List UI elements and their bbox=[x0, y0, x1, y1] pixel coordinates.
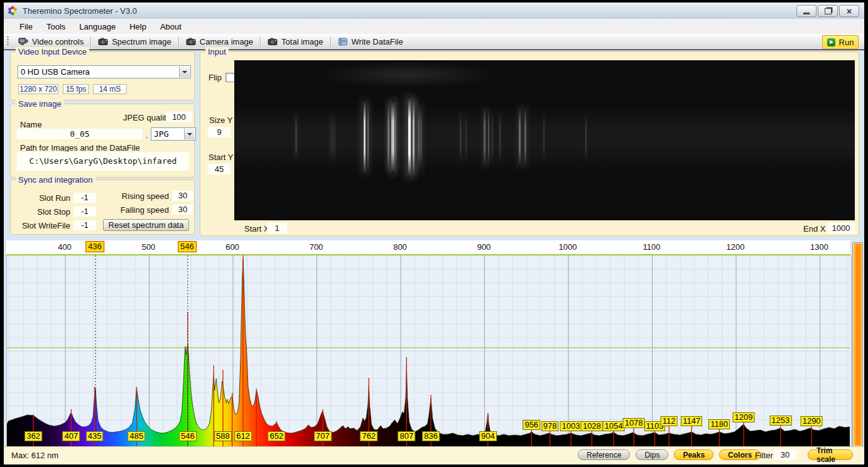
spectral-line bbox=[460, 110, 462, 164]
max-peak-readout: Max: 612 nm bbox=[11, 451, 58, 460]
filter-label: Filter bbox=[755, 451, 773, 460]
toolbar-button-label: Spectrum image bbox=[112, 37, 171, 46]
menu-item-language[interactable]: Language bbox=[72, 20, 122, 33]
falling-speed-field[interactable]: 30 bbox=[172, 205, 193, 215]
menu-item-file[interactable]: File bbox=[13, 20, 40, 33]
end-x-field[interactable]: 1000 bbox=[827, 223, 855, 234]
spectral-line bbox=[488, 107, 489, 167]
peak-label-435[interactable]: 435 bbox=[86, 431, 104, 441]
peak-label-588[interactable]: 588 bbox=[214, 431, 232, 441]
highlighted-tick-436[interactable]: 436 bbox=[85, 241, 104, 252]
spectral-line bbox=[418, 101, 422, 173]
jpeg-quality-field[interactable]: 100 bbox=[166, 112, 192, 122]
spectral-line bbox=[543, 112, 545, 162]
x-axis-tick: 1100 bbox=[643, 242, 661, 252]
toolbar-button-camera-image[interactable]: Camera image bbox=[180, 36, 259, 48]
slot-writefile-field[interactable]: -1 bbox=[73, 220, 96, 230]
menu-item-about[interactable]: About bbox=[153, 20, 188, 33]
minimize-button[interactable] bbox=[796, 5, 816, 17]
fps-button[interactable]: 15 fps bbox=[63, 84, 89, 94]
peak-label-652[interactable]: 652 bbox=[268, 431, 286, 441]
name-field[interactable]: 0_05 bbox=[17, 129, 143, 139]
spectral-line bbox=[484, 105, 486, 168]
reset-spectrum-button[interactable]: Reset spectrum data bbox=[103, 219, 189, 231]
peak-label-1003[interactable]: 1003 bbox=[560, 421, 582, 431]
peak-label-546[interactable]: 546 bbox=[179, 431, 197, 441]
resolution-button[interactable]: 1280 x 720 bbox=[18, 84, 58, 94]
camera-glow bbox=[316, 62, 498, 88]
peak-label-1078[interactable]: 1078 bbox=[623, 418, 645, 428]
peak-label-1147[interactable]: 1147 bbox=[681, 416, 702, 426]
peak-label-1290[interactable]: 1290 bbox=[801, 416, 823, 426]
x-axis-tick: 400 bbox=[58, 242, 72, 252]
x-axis-tick: 600 bbox=[225, 242, 239, 252]
spectral-band bbox=[234, 105, 855, 171]
toolbar-button-spectrum-image[interactable]: Spectrum image bbox=[92, 36, 177, 48]
x-axis-tick: 1300 bbox=[810, 242, 828, 252]
peak-label-407[interactable]: 407 bbox=[62, 431, 80, 441]
peak-label-1054[interactable]: 1054 bbox=[603, 421, 625, 431]
video-device-select[interactable]: 0 HD USB Camera bbox=[18, 65, 191, 78]
filter-field[interactable]: 30 bbox=[774, 449, 796, 460]
exposure-button[interactable]: 14 mS bbox=[93, 84, 127, 94]
toolbar-button-total-image[interactable]: Total image bbox=[262, 36, 328, 48]
spectral-line bbox=[367, 102, 369, 171]
menu-item-tools[interactable]: Tools bbox=[40, 20, 72, 33]
peak-label-112[interactable]: 112 bbox=[661, 416, 678, 426]
size-y-field[interactable]: 9 bbox=[208, 127, 231, 137]
peak-label-1209[interactable]: 1209 bbox=[733, 412, 755, 422]
flip-label: Flip bbox=[209, 73, 222, 82]
peak-label-1253[interactable]: 1253 bbox=[769, 416, 791, 426]
chevron-down-icon[interactable] bbox=[179, 67, 190, 77]
toolbar-button-video-controls[interactable]: Video controls bbox=[13, 36, 89, 48]
highlighted-tick-546[interactable]: 546 bbox=[178, 241, 197, 252]
peak-label-362[interactable]: 362 bbox=[24, 431, 42, 441]
menu-item-help[interactable]: Help bbox=[122, 20, 153, 33]
spectrum-chart[interactable]: 3624074354855465886126527077628078369049… bbox=[6, 255, 852, 447]
dips-button[interactable]: Dips bbox=[636, 449, 668, 460]
flip-checkbox[interactable] bbox=[225, 73, 235, 82]
format-select[interactable]: JPG bbox=[151, 127, 196, 141]
path-field[interactable]: C:\Users\GaryG\Desktop\infared bbox=[17, 152, 189, 171]
statusbar: Max: 612 nm ReferenceDipsPeaksColors Fil… bbox=[4, 446, 864, 464]
restore-button[interactable] bbox=[818, 5, 838, 17]
peak-label-904[interactable]: 904 bbox=[479, 431, 497, 441]
slot-stop-field[interactable]: -1 bbox=[73, 207, 96, 217]
play-icon bbox=[827, 38, 835, 46]
peak-label-1180[interactable]: 1180 bbox=[708, 419, 730, 429]
camera-icon bbox=[98, 37, 108, 46]
trim-scale-button[interactable]: Trim scale bbox=[808, 449, 853, 460]
video-controls-icon bbox=[18, 37, 28, 46]
reference-button[interactable]: Reference bbox=[578, 449, 630, 460]
spectrum-plot-svg bbox=[7, 255, 850, 447]
chart-axis-header: 4005006007008009001000110012001300436546 bbox=[6, 240, 850, 255]
input-title: Input bbox=[205, 47, 229, 56]
spectral-line bbox=[391, 99, 394, 174]
start-y-field[interactable]: 45 bbox=[208, 164, 231, 174]
spectral-line bbox=[524, 105, 526, 168]
video-input-group: Video Input Device 0 HD USB Camera 1280 … bbox=[10, 51, 195, 100]
chevron-down-icon[interactable] bbox=[184, 129, 195, 139]
run-button[interactable]: Run bbox=[822, 35, 859, 49]
peaks-button[interactable]: Peaks bbox=[674, 449, 713, 460]
x-axis-tick: 800 bbox=[393, 242, 407, 252]
peak-label-807[interactable]: 807 bbox=[398, 431, 415, 441]
peak-label-1028[interactable]: 1028 bbox=[581, 421, 603, 431]
peak-label-485[interactable]: 485 bbox=[128, 431, 146, 441]
peak-label-956[interactable]: 956 bbox=[523, 420, 540, 430]
slot-run-field[interactable]: -1 bbox=[73, 193, 96, 203]
peak-label-978[interactable]: 978 bbox=[541, 421, 559, 431]
peak-label-612[interactable]: 612 bbox=[234, 431, 252, 441]
spectral-line bbox=[585, 114, 587, 161]
close-button[interactable]: × bbox=[839, 5, 859, 17]
toolbar-grip[interactable] bbox=[7, 36, 9, 46]
toolbar-button-write-datafile[interactable]: Write DataFile bbox=[332, 36, 409, 48]
camera-preview-image[interactable] bbox=[234, 60, 855, 220]
start-x-field[interactable]: 1 bbox=[267, 223, 287, 234]
rising-speed-field[interactable]: 30 bbox=[172, 191, 193, 201]
peak-label-707[interactable]: 707 bbox=[314, 431, 332, 441]
x-axis-tick: 1000 bbox=[559, 242, 577, 252]
vertical-zoom-scrollbar[interactable] bbox=[852, 242, 863, 447]
peak-label-762[interactable]: 762 bbox=[360, 431, 377, 441]
peak-label-836[interactable]: 836 bbox=[422, 431, 440, 441]
